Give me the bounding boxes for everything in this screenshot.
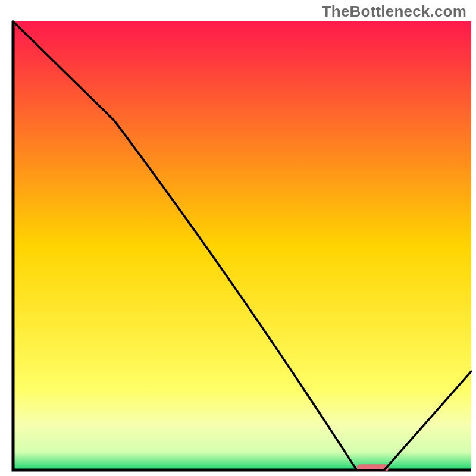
watermark-text: TheBottleneck.com xyxy=(322,2,466,21)
chart-svg xyxy=(0,0,476,476)
bottleneck-chart: TheBottleneck.com xyxy=(0,0,476,476)
